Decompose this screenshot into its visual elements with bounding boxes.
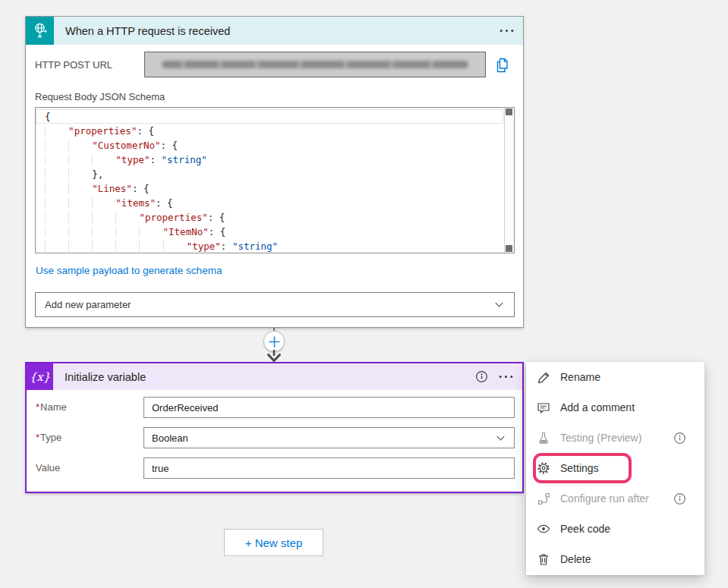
code-line: "type": "string" (36, 239, 503, 253)
code-line: "Lines": { (36, 181, 503, 196)
ellipsis-menu-icon[interactable] (500, 29, 514, 33)
http-globe-icon (26, 17, 54, 45)
menu-item-add-a-comment[interactable]: Add a comment (526, 392, 704, 423)
chevron-down-icon (493, 299, 505, 310)
menu-item-rename[interactable]: Rename (526, 362, 704, 392)
json-schema-editor[interactable]: { "properties": { "CustomerNo": { "type"… (35, 107, 515, 253)
editor-scrollbar[interactable] (504, 108, 514, 253)
copy-url-icon[interactable] (494, 57, 510, 74)
code-line: "items": { (36, 196, 503, 210)
scrollbar-thumb-top[interactable] (506, 108, 512, 115)
variable-icon: {x} (27, 363, 53, 390)
run-after-icon (537, 492, 550, 505)
http-post-url-label: HTTP POST URL (35, 59, 112, 71)
action-card-initialize-variable[interactable]: {x} Initialize variable *NameOrderReceiv… (25, 362, 524, 493)
trigger-title: When a HTTP request is received (65, 25, 230, 37)
chevron-down-icon (495, 432, 506, 444)
trash-icon (537, 553, 550, 566)
flow-designer-canvas: When a HTTP request is received HTTP POS… (0, 0, 728, 588)
menu-item-label: Peek code (560, 523, 610, 535)
field-label: *Type (36, 432, 61, 443)
field-value: OrderReceived (152, 402, 218, 413)
new-step-button[interactable]: + New step (224, 529, 323, 556)
menu-item-configure-run-after: Configure run after (526, 483, 704, 514)
field-row-type: *TypeBoolean (27, 427, 522, 448)
menu-item-label: Testing (Preview) (560, 432, 641, 444)
schema-label: Request Body JSON Schema (35, 91, 165, 102)
menu-item-peek-code[interactable]: Peek code (526, 514, 704, 544)
pencil-icon (537, 371, 550, 384)
info-icon[interactable] (673, 492, 686, 505)
add-new-parameter-dropdown[interactable]: Add new parameter (35, 292, 515, 317)
value-input[interactable]: true (143, 458, 515, 479)
context-menu-items: RenameAdd a commentTesting (Preview)Sett… (526, 362, 704, 574)
flask-icon (537, 432, 550, 445)
field-value: true (152, 463, 169, 474)
info-icon[interactable] (475, 370, 488, 383)
menu-item-label: Settings (560, 462, 599, 474)
code-line: }, (36, 167, 503, 181)
code-line: "ItemNo": { (36, 225, 503, 239)
context-menu: RenameAdd a commentTesting (Preview)Sett… (526, 362, 704, 575)
new-step-label: + New step (245, 536, 302, 549)
trigger-card-header[interactable]: When a HTTP request is received (26, 17, 523, 45)
info-icon[interactable] (673, 432, 686, 445)
field-row-name: *NameOrderReceived (27, 397, 522, 418)
add-new-parameter-text: Add new parameter (45, 299, 131, 310)
variable-icon-glyph: {x} (30, 370, 51, 384)
required-asterisk: * (36, 432, 39, 443)
sample-payload-link[interactable]: Use sample payload to generate schema (36, 265, 222, 276)
gear-icon (537, 461, 550, 475)
code-line: "properties": { (36, 210, 503, 225)
arrow-down-icon (265, 350, 283, 363)
eye-icon (537, 524, 550, 534)
trigger-header-strip: When a HTTP request is received (54, 17, 523, 45)
insert-step-button[interactable] (263, 331, 285, 352)
menu-item-label: Configure run after (560, 492, 649, 505)
field-label: *Name (36, 401, 67, 413)
menu-item-label: Delete (560, 553, 591, 565)
field-label: Value (36, 462, 60, 473)
menu-item-label: Rename (560, 371, 600, 383)
redacted-url-text (162, 61, 468, 68)
plus-icon (267, 335, 282, 349)
menu-item-settings[interactable]: Settings (526, 453, 704, 483)
action-title: Initialize variable (65, 371, 146, 383)
required-asterisk: * (36, 401, 39, 413)
menu-item-label: Add a comment (560, 401, 635, 413)
schema-code-lines: { "properties": { "CustomerNo": { "type"… (36, 109, 503, 253)
action-header-strip: Initialize variable (53, 363, 522, 390)
code-line: "type": "string" (36, 153, 503, 167)
field-value: Boolean (152, 432, 188, 444)
code-line: "properties": { (36, 124, 503, 138)
http-post-url-field[interactable] (144, 52, 486, 77)
type-dropdown[interactable]: Boolean (143, 427, 515, 448)
menu-item-testing-preview: Testing (Preview) (526, 423, 704, 453)
action-card-header[interactable]: {x} Initialize variable (27, 363, 522, 390)
menu-item-delete[interactable]: Delete (526, 544, 704, 574)
trigger-card-http-request[interactable]: When a HTTP request is received HTTP POS… (25, 16, 524, 328)
scrollbar-thumb-bottom[interactable] (506, 245, 512, 252)
name-input[interactable]: OrderReceived (143, 397, 515, 418)
comment-icon (537, 401, 550, 414)
field-row-value: Valuetrue (27, 458, 522, 479)
code-line: "CustomerNo": { (36, 138, 503, 153)
ellipsis-menu-icon[interactable] (499, 375, 513, 379)
code-line: { (36, 109, 503, 124)
